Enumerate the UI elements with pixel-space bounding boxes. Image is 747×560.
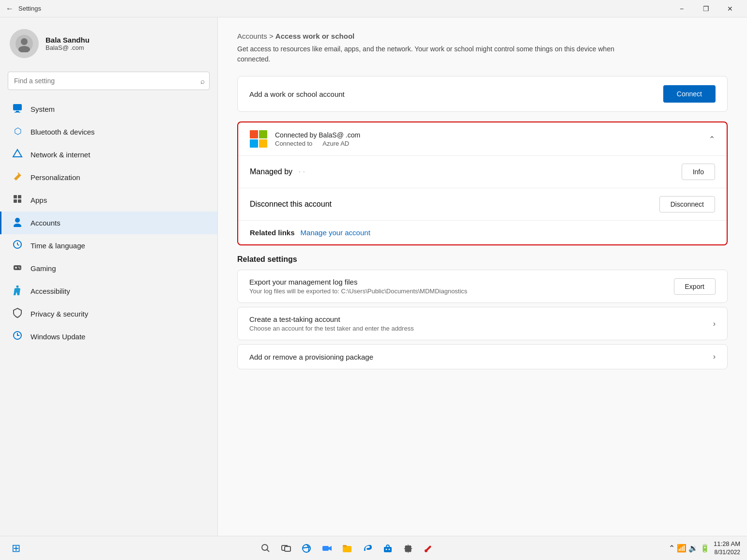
edge-browser[interactable] [297, 539, 316, 558]
connected-sub: Connected to Azure AD [275, 140, 360, 147]
info-button[interactable]: Info [682, 164, 715, 180]
svg-point-21 [18, 267, 19, 268]
settings-row-left-0: Export your management log filesYour log… [249, 278, 674, 295]
user-profile[interactable]: Bala Sandhu BalaS@ .com [0, 23, 217, 68]
connect-button[interactable]: Connect [663, 85, 716, 103]
settings-icon[interactable] [399, 539, 417, 558]
edge-icon[interactable] [358, 539, 377, 558]
app-title: Settings [18, 5, 41, 12]
settings-row-2[interactable]: Add or remove a provisioning package› [237, 344, 728, 369]
settings-row-title-0: Export your management log files [249, 278, 674, 286]
minimize-button[interactable]: − [671, 1, 693, 16]
svg-marker-31 [329, 546, 332, 551]
svg-rect-30 [322, 546, 329, 551]
ms-logo-blue [250, 139, 258, 148]
apps-icon [11, 194, 24, 207]
settings-rows-container: Export your management log filesYour log… [237, 270, 728, 369]
network-icon [11, 148, 24, 161]
sidebar-item-accounts[interactable]: Accounts [0, 212, 217, 234]
settings-row-desc-1: Choose an account for the test taker and… [249, 325, 713, 332]
tray-battery-icon: 🔋 [700, 544, 710, 553]
search-taskbar[interactable] [257, 539, 275, 558]
sidebar-item-network[interactable]: Network & internet [0, 143, 217, 166]
ms-logo [250, 130, 267, 148]
svg-rect-5 [15, 112, 20, 113]
manage-account-link[interactable]: Manage your account [301, 228, 370, 237]
sidebar-item-label-system: System [30, 105, 55, 113]
taskbar-center [257, 539, 438, 558]
user-info: Bala Sandhu BalaS@ .com [46, 36, 90, 51]
svg-rect-12 [18, 199, 21, 203]
accessibility-icon [11, 285, 24, 298]
search-input[interactable] [8, 72, 210, 90]
svg-point-35 [385, 548, 387, 550]
system-icon [11, 103, 24, 116]
add-account-card: Add a work or school account Connect [237, 76, 728, 112]
tray-wifi-icon: 📶 [677, 544, 686, 553]
managed-by-row: Managed by · · Info [238, 156, 727, 188]
search-box: ⌕ [8, 72, 210, 90]
svg-rect-11 [14, 199, 17, 203]
task-view[interactable] [277, 539, 295, 558]
sidebar-item-gaming[interactable]: Gaming [0, 257, 217, 280]
breadcrumb: Accounts > Access work or school [237, 32, 728, 40]
disconnect-button[interactable]: Disconnect [659, 196, 715, 212]
connected-account-card: Connected by BalaS@ .com Connected to Az… [237, 121, 728, 245]
app-body: Bala Sandhu BalaS@ .com ⌕ System⬡Bluetoo… [0, 17, 747, 536]
sidebar-item-personalization[interactable]: Personalization [0, 166, 217, 189]
sidebar-item-bluetooth[interactable]: ⬡Bluetooth & devices [0, 121, 217, 143]
sidebar: Bala Sandhu BalaS@ .com ⌕ System⬡Bluetoo… [0, 17, 218, 536]
sidebar-item-update[interactable]: Windows Update [0, 325, 217, 348]
store-icon[interactable] [379, 539, 397, 558]
svg-point-25 [262, 545, 268, 550]
breadcrumb-separator: > [269, 32, 275, 40]
sidebar-item-label-gaming: Gaming [30, 264, 56, 272]
titlebar: ← Settings − ❐ ✕ [0, 0, 747, 17]
connected-to-label: Connected to [275, 140, 312, 147]
svg-rect-10 [18, 195, 21, 198]
sidebar-item-label-accessibility: Accessibility [30, 287, 70, 295]
tray-volume-icon: 🔉 [688, 544, 698, 553]
ms-logo-yellow [259, 139, 267, 148]
ms-logo-red [250, 130, 258, 138]
svg-point-14 [14, 224, 21, 227]
close-button[interactable]: ✕ [719, 1, 741, 16]
svg-line-17 [17, 244, 19, 245]
svg-point-39 [425, 549, 427, 552]
clock[interactable]: 11:28 AM 8/31/2022 [714, 540, 740, 557]
related-links-row: Related links Manage your account [238, 221, 727, 244]
avatar [10, 29, 39, 58]
dev-tools-icon[interactable] [419, 539, 438, 558]
svg-line-26 [267, 549, 269, 552]
managed-by-label: Managed by · · [250, 167, 305, 176]
restore-button[interactable]: ❐ [695, 1, 717, 16]
sidebar-item-privacy[interactable]: Privacy & security [0, 303, 217, 325]
zoom-app[interactable] [318, 539, 336, 558]
main-content: Accounts > Access work or school Get acc… [218, 17, 747, 536]
related-settings-heading: Related settings [237, 255, 728, 264]
time-icon [11, 239, 24, 252]
sys-tray: ⌃ 📶 🔉 🔋 [669, 544, 710, 553]
tray-chevron[interactable]: ⌃ [669, 544, 675, 553]
connected-account-info: Connected by BalaS@ .com Connected to Az… [250, 130, 360, 148]
page-title: Access work or school [275, 32, 354, 40]
svg-rect-4 [16, 111, 19, 112]
add-account-row: Add a work or school account Connect [238, 76, 727, 111]
sidebar-item-label-accounts: Accounts [30, 219, 61, 227]
file-explorer[interactable] [338, 539, 356, 558]
sidebar-item-apps[interactable]: Apps [0, 189, 217, 212]
add-account-label: Add a work or school account [249, 90, 345, 98]
svg-point-22 [19, 268, 20, 269]
clock-date: 8/31/2022 [714, 548, 740, 557]
sidebar-item-system[interactable]: System [0, 98, 217, 121]
sidebar-item-time[interactable]: Time & language [0, 234, 217, 257]
windows-start-button[interactable]: ⊞ [7, 539, 25, 558]
settings-row-action-button-0[interactable]: Export [674, 278, 716, 295]
privacy-icon [11, 307, 24, 320]
accounts-icon [11, 216, 24, 229]
settings-row-1[interactable]: Create a test-taking accountChoose an ac… [237, 307, 728, 340]
chevron-up-icon[interactable]: ⌃ [709, 135, 715, 144]
sidebar-item-label-update: Windows Update [30, 333, 85, 341]
back-icon[interactable]: ← [6, 4, 14, 13]
sidebar-item-accessibility[interactable]: Accessibility [0, 280, 217, 303]
